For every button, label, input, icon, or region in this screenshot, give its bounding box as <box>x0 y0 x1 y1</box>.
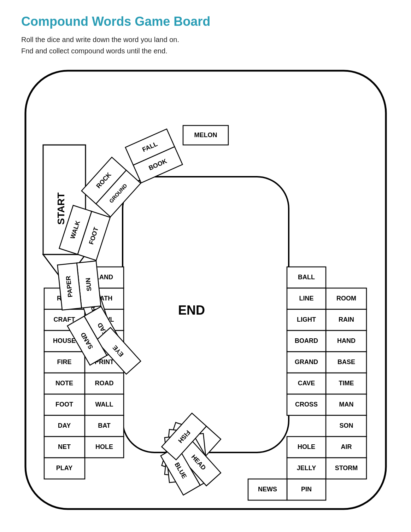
cell-jelly-text: JELLY <box>296 464 316 472</box>
cell-note-text: NOTE <box>55 380 73 387</box>
cell-board-text: BOARD <box>295 337 318 344</box>
cell-road-text: ROAD <box>95 380 113 387</box>
subtitle-line2: Fnd and collect compound words until the… <box>21 47 168 55</box>
svg-rect-1 <box>123 177 289 452</box>
cell-craft-text: CRAFT <box>53 316 75 323</box>
cell-play-text: PLAY <box>56 464 72 472</box>
subtitle-line1: Roll the dice and write down the word yo… <box>21 36 179 43</box>
cell-day-text: DAY <box>58 422 70 429</box>
page-title: Compound Words Game Board <box>21 14 390 29</box>
cell-ball-text: BALL <box>298 274 315 281</box>
cell-man-text: MAN <box>339 401 353 408</box>
cell-room-text: ROOM <box>336 295 356 302</box>
cell-wall-text: WALL <box>95 401 113 408</box>
cell-hole-l-text: HOLE <box>95 443 113 450</box>
cell-hand-text: HAND <box>337 337 356 344</box>
cell-cave-text: CAVE <box>298 380 315 387</box>
cell-light-text: LIGHT <box>297 316 316 323</box>
cell-base-text: BASE <box>337 358 355 366</box>
cell-house-text: HOUSE <box>53 337 75 344</box>
cell-son-text: SON <box>339 422 353 429</box>
cell-hole-r-text: HOLE <box>297 443 315 450</box>
cell-time-text: TIME <box>339 380 354 387</box>
subtitle: Roll the dice and write down the word yo… <box>21 34 390 57</box>
end-label: END <box>178 303 205 317</box>
cell-fire-text: FIRE <box>57 358 71 366</box>
cell-bat-text: BAT <box>98 422 111 429</box>
cell-air-text: AIR <box>341 443 352 450</box>
start-label: START <box>55 192 66 224</box>
cell-line-text: LINE <box>299 295 313 302</box>
cell-grand-text: GRAND <box>295 358 318 366</box>
cell-news-text: NEWS <box>258 486 277 493</box>
cell-net-text: NET <box>58 443 71 450</box>
game-board: START END RAIL CRAFT HOUSE FIRE NOTE FOO… <box>22 67 389 513</box>
cell-rain-text: RAIN <box>339 316 354 323</box>
cell-storm-text: STORM <box>335 464 358 472</box>
cell-pin-text: PIN <box>301 486 311 493</box>
cell-melon-text: MELON <box>194 131 217 139</box>
cell-cross-text: CROSS <box>295 401 317 408</box>
cell-foot-l-text: FOOT <box>55 401 73 408</box>
cell-sun-text: SUN <box>84 277 93 292</box>
